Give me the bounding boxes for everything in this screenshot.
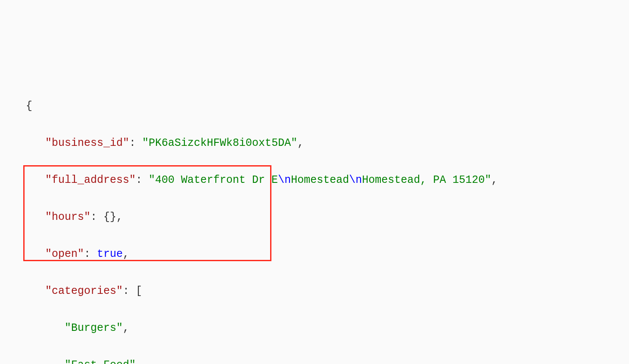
- line-open: "open": true,: [26, 245, 629, 263]
- val-full-address-p2: Homestead: [291, 174, 349, 186]
- escape-n-2: \n: [349, 174, 362, 186]
- key-categories: "categories": [45, 285, 123, 297]
- val-categories-1: "Fast Food": [65, 359, 136, 364]
- line-business-id: "business_id": "PK6aSizckHFWk8i0oxt5DA",: [26, 134, 629, 152]
- line-hours: "hours": {},: [26, 208, 629, 226]
- line-categories-0: "Burgers",: [26, 319, 629, 337]
- open-brace: {: [26, 100, 32, 112]
- key-full-address: "full_address": [45, 174, 136, 186]
- line-open-brace: {: [26, 97, 629, 115]
- key-business-id: "business_id": [45, 137, 129, 149]
- val-open: true: [97, 248, 123, 260]
- val-categories-0: "Burgers": [65, 322, 123, 334]
- json-code-block: { "business_id": "PK6aSizckHFWk8i0oxt5DA…: [0, 74, 629, 364]
- val-full-address-p3: Homestead, PA 15120": [362, 174, 491, 186]
- escape-n-1: \n: [278, 174, 291, 186]
- line-categories-1: "Fast Food",: [26, 356, 629, 364]
- line-full-address: "full_address": "400 Waterfront Dr E\nHo…: [26, 171, 629, 189]
- line-categories-key: "categories": [: [26, 282, 629, 300]
- key-hours: "hours": [45, 211, 90, 223]
- val-hours: {}: [103, 211, 116, 223]
- key-open: "open": [45, 248, 84, 260]
- categories-open-bracket: [: [136, 285, 142, 297]
- val-full-address-p1: "400 Waterfront Dr E: [149, 174, 278, 186]
- val-business-id: "PK6aSizckHFWk8i0oxt5DA": [142, 137, 297, 149]
